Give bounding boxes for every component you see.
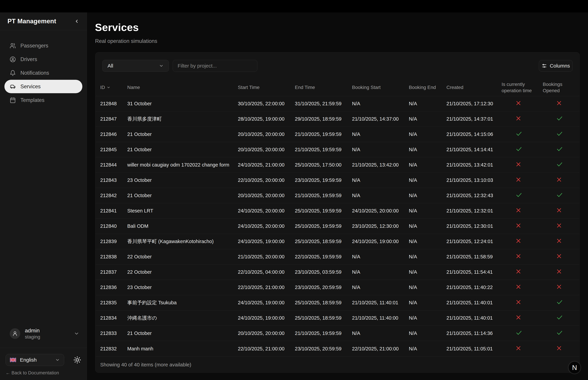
cell-booking-end: N/A [409, 300, 446, 305]
table-row[interactable]: 212836 23 October 22/10/2025, 21:00:00 2… [95, 280, 580, 295]
cell-created: 21/10/2025, 13:42:01 [446, 162, 502, 168]
table-header: ID Name Start Time End Time Booking Star… [95, 79, 580, 96]
cell-start-time: 24/10/2025, 20:00:00 [238, 208, 295, 214]
sidebar-item-passengers[interactable]: Passengers [4, 39, 82, 52]
cell-booking-start: N/A [352, 193, 409, 198]
nextjs-dev-badge[interactable]: N [568, 361, 581, 374]
cell-id: 212847 [100, 116, 127, 122]
cell-booking-start: N/A [352, 254, 409, 260]
cell-is-operation-time [502, 191, 543, 200]
cell-booking-end: N/A [409, 101, 446, 107]
table-row[interactable]: 212833 21 October 20/10/2025, 20:00:00 2… [95, 326, 580, 341]
table-row[interactable]: 212840 Bali ODM 24/10/2025, 20:00:00 25/… [95, 219, 580, 234]
cell-booking-start: N/A [352, 177, 409, 183]
table-row[interactable]: 212845 21 October 20/10/2025, 20:00:00 2… [95, 142, 580, 157]
sidebar: PT Management Passengers Drivers Notific… [0, 12, 87, 380]
column-header-start-time: Start Time [238, 84, 295, 91]
table-row[interactable]: 212837 22 October 22/10/2025, 04:00:00 2… [95, 265, 580, 280]
cell-created: 21/10/2025, 12:24:01 [446, 239, 502, 244]
cell-end-time: 29/10/2025, 18:59:59 [295, 116, 352, 122]
sidebar-item-drivers[interactable]: Drivers [4, 53, 82, 66]
table-row[interactable]: 212842 21 October 20/10/2025, 20:00:00 2… [95, 188, 580, 203]
cell-booking-start: N/A [352, 147, 409, 152]
sidebar-item-templates[interactable]: Templates [4, 93, 82, 107]
cell-id: 212848 [100, 101, 127, 107]
column-header-booking-end: Booking End [409, 84, 446, 91]
cell-end-time: 23/10/2025, 03:59:59 [295, 269, 352, 275]
cell-end-time: 25/10/2025, 18:59:59 [295, 239, 352, 244]
cell-is-operation-time [502, 268, 543, 276]
cell-is-operation-time [502, 223, 543, 230]
cell-is-operation-time [502, 100, 543, 107]
table-row[interactable]: 212835 事前予約設定 Tsukuba 24/10/2025, 19:00:… [95, 295, 580, 310]
cell-name: 香川県琴平町 (KagawakenKotohiracho) [127, 238, 238, 245]
cell-id: 212838 [100, 254, 127, 260]
sidebar-item-services[interactable]: Services [4, 80, 82, 93]
table-row[interactable]: 212843 23 October 22/10/2025, 20:00:00 2… [95, 173, 580, 188]
sidebar-item-notifications[interactable]: Notifications [4, 66, 82, 80]
table-row[interactable]: 212839 香川県琴平町 (KagawakenKotohiracho) 24/… [95, 234, 580, 249]
cell-booking-end: N/A [409, 239, 446, 244]
column-header-created: Created [446, 84, 502, 91]
user-name: admin [25, 327, 74, 334]
table-row[interactable]: 212832 Manh manh 22/10/2025, 21:00:00 23… [95, 341, 580, 356]
cell-name: 21 October [127, 147, 238, 152]
language-select[interactable]: English [6, 354, 64, 366]
column-header-booking-start: Booking Start [352, 84, 409, 91]
sidebar-item-label: Notifications [20, 70, 49, 76]
check-icon [556, 191, 563, 198]
cell-start-time: 24/10/2025, 19:00:00 [238, 300, 295, 305]
cell-booking-start: 21/10/2025, 13:42:00 [352, 162, 409, 168]
sidebar-footer: admin staging English ← Back to Doc [0, 327, 87, 380]
theme-toggle-button[interactable] [73, 356, 81, 364]
cell-bookings-opened [543, 100, 580, 107]
cell-start-time: 24/10/2025, 21:00:00 [238, 162, 295, 168]
cell-id: 212840 [100, 223, 127, 229]
table-row[interactable]: 212846 21 October 20/10/2025, 20:00:00 2… [95, 127, 580, 142]
nextjs-n-icon: N [572, 364, 577, 372]
cell-booking-end: N/A [409, 315, 446, 321]
cell-booking-start: 23/10/2025, 12:30:00 [352, 223, 409, 229]
table-row[interactable]: 212847 香川県多度津町 28/10/2025, 19:00:00 29/1… [95, 112, 580, 127]
cell-name: 21 October [127, 132, 238, 137]
type-filter-dropdown[interactable]: All [102, 60, 169, 72]
back-to-documentation-link[interactable]: ← Back to Documentation [6, 370, 87, 380]
cell-start-time: 20/10/2025, 20:00:00 [238, 193, 295, 198]
table-row[interactable]: 212838 22 October 21/10/2025, 20:00:00 2… [95, 249, 580, 265]
check-icon [556, 146, 563, 152]
table-row[interactable]: 212834 沖縄名護市の 24/10/2025, 19:00:00 25/10… [95, 310, 580, 326]
chevron-left-icon [74, 19, 79, 24]
cross-icon [515, 253, 521, 259]
cell-id: 212845 [100, 147, 127, 152]
cell-end-time: 31/10/2025, 21:59:59 [295, 101, 352, 107]
cell-id: 212836 [100, 285, 127, 290]
cell-created: 21/10/2025, 12:32:43 [446, 193, 502, 198]
cell-id: 212843 [100, 177, 127, 183]
column-header-id[interactable]: ID [100, 84, 127, 91]
cell-booking-start: 24/10/2025, 20:00:00 [352, 208, 409, 214]
cell-is-operation-time [502, 329, 543, 337]
cell-bookings-opened [543, 238, 580, 245]
user-menu[interactable]: admin staging [0, 327, 87, 340]
page-title: Services [95, 21, 588, 33]
cell-created: 21/10/2025, 11:05:01 [446, 346, 502, 352]
cell-start-time: 20/10/2025, 20:00:00 [238, 147, 295, 152]
cross-icon [556, 268, 562, 274]
cell-bookings-opened [543, 146, 580, 153]
project-filter-input[interactable] [173, 60, 257, 72]
language-value: English [20, 357, 55, 363]
table-row[interactable]: 212848 31 October 30/10/2025, 22:00:00 3… [95, 96, 580, 112]
cell-end-time: 25/10/2025, 19:59:59 [295, 223, 352, 229]
sidebar-nav: Passengers Drivers Notifications Service… [0, 30, 87, 107]
columns-button[interactable]: Columns [539, 60, 573, 72]
check-icon [515, 130, 522, 137]
table-row[interactable]: 212841 Stesen LRT 24/10/2025, 20:00:00 2… [95, 203, 580, 219]
cell-is-operation-time [502, 345, 543, 352]
sidebar-collapse-button[interactable] [74, 19, 79, 24]
cross-icon [556, 345, 562, 351]
cell-booking-end: N/A [409, 346, 446, 352]
cell-bookings-opened [543, 161, 580, 169]
user-environment: staging [25, 334, 74, 340]
cell-start-time: 20/10/2025, 20:00:00 [238, 132, 295, 137]
table-row[interactable]: 212844 willer mobi caugiay odm 1702022 c… [95, 157, 580, 173]
